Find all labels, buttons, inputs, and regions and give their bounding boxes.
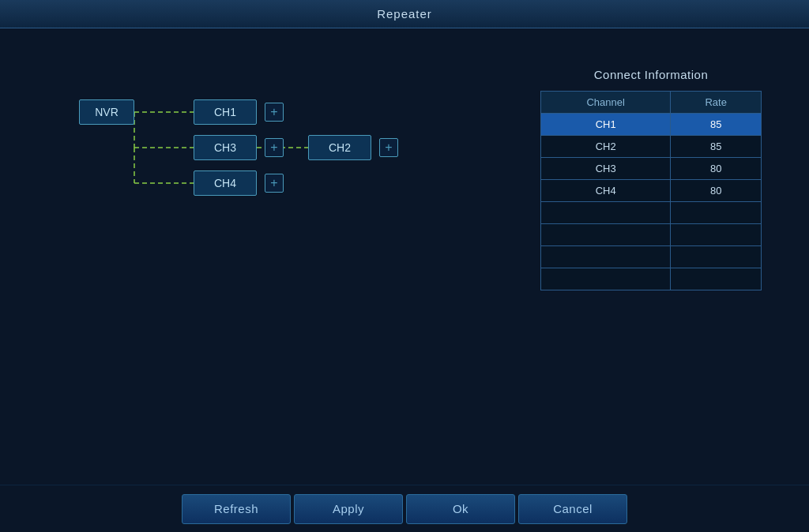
table-cell-channel [541, 224, 671, 246]
diagram-area: NVR CH1 CH3 CH2 CH4 + + + + [47, 60, 540, 469]
apply-button[interactable]: Apply [294, 494, 403, 524]
table-cell-channel [541, 202, 671, 224]
ch2-node[interactable]: CH2 [308, 135, 371, 160]
ch3-node[interactable]: CH3 [194, 135, 257, 160]
table-row[interactable] [541, 202, 762, 224]
table-header-row: Channel Rate [541, 92, 762, 114]
table-cell-channel [541, 268, 671, 290]
refresh-button[interactable]: Refresh [182, 494, 291, 524]
main-content: NVR CH1 CH3 CH2 CH4 + + + + Connect Info… [0, 28, 809, 485]
table-cell-channel: CH4 [541, 180, 671, 202]
table-row[interactable]: CH185 [541, 114, 762, 136]
ch4-node[interactable]: CH4 [194, 170, 257, 196]
table-row[interactable]: CH480 [541, 180, 762, 202]
table-cell-channel: CH2 [541, 136, 671, 158]
table-cell-rate: 80 [671, 180, 762, 202]
cancel-button[interactable]: Cancel [518, 494, 627, 524]
table-cell-channel [541, 246, 671, 268]
add-ch2-button[interactable]: + [379, 138, 398, 157]
table-cell-rate [671, 268, 762, 290]
table-cell-rate [671, 224, 762, 246]
table-row[interactable]: CH380 [541, 158, 762, 180]
table-row[interactable]: CH285 [541, 136, 762, 158]
table-cell-rate: 80 [671, 158, 762, 180]
connect-info-table: Channel Rate CH185CH285CH380CH480 [540, 91, 762, 290]
ok-button[interactable]: Ok [406, 494, 515, 524]
footer: Refresh Apply Ok Cancel [0, 485, 809, 532]
table-row[interactable] [541, 246, 762, 268]
window-title: Repeater [377, 7, 432, 21]
ch1-node[interactable]: CH1 [194, 99, 257, 125]
title-bar: Repeater [0, 0, 809, 28]
rate-column-header: Rate [671, 92, 762, 114]
table-row[interactable] [541, 268, 762, 290]
table-cell-rate: 85 [671, 114, 762, 136]
table-row[interactable] [541, 224, 762, 246]
nvr-node[interactable]: NVR [79, 99, 134, 125]
table-cell-rate [671, 246, 762, 268]
add-ch1-button[interactable]: + [265, 103, 284, 122]
channel-column-header: Channel [541, 92, 671, 114]
add-ch3-button[interactable]: + [265, 138, 284, 157]
table-cell-rate: 85 [671, 136, 762, 158]
add-ch4-button[interactable]: + [265, 174, 284, 193]
table-cell-channel: CH3 [541, 158, 671, 180]
table-cell-rate [671, 202, 762, 224]
connect-info-panel: Connect Information Channel Rate CH185CH… [540, 60, 762, 469]
connect-info-title: Connect Information [540, 68, 762, 81]
table-cell-channel: CH1 [541, 114, 671, 136]
